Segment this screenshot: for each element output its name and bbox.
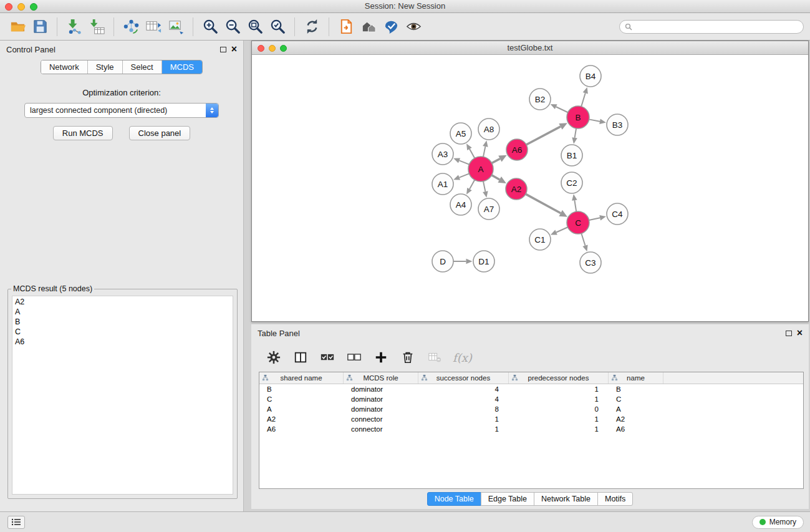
tab-motifs[interactable]: Motifs (597, 492, 633, 506)
table-cell[interactable]: A6 (609, 425, 663, 433)
graph-node-A8[interactable]: A8 (478, 118, 499, 140)
tab-edge-table[interactable]: Edge Table (481, 492, 534, 506)
table-cell[interactable]: 1 (418, 425, 509, 433)
table-cell[interactable]: 1 (418, 415, 509, 423)
new-network-icon[interactable] (120, 16, 142, 38)
graph-edge-A-A1[interactable] (453, 173, 469, 180)
column-chooser-icon[interactable] (292, 349, 309, 366)
table-cell[interactable]: dominator (344, 405, 418, 413)
graph-edge-B-B1[interactable] (572, 128, 577, 144)
result-item[interactable]: C (15, 327, 230, 337)
table-cell[interactable]: 0 (509, 405, 609, 413)
table-row[interactable]: A6connector11A6 (259, 424, 803, 434)
table-row[interactable]: Bdominator41B (259, 384, 803, 394)
network-canvas[interactable]: AA1A2A3A4A5A6A7A8BB1B2B3B4CC1C2C3C4DD1 (252, 56, 808, 321)
table-row[interactable]: Adominator80A (259, 404, 803, 414)
criterion-dropdown[interactable]: largest connected component (directed) (24, 103, 219, 118)
graph-edge-C-C1[interactable] (551, 227, 568, 235)
graph-node-D1[interactable]: D1 (473, 251, 494, 272)
table-close-panel-icon[interactable]: × (797, 330, 803, 336)
table-cell[interactable]: B (259, 385, 344, 393)
settings-icon[interactable] (265, 349, 282, 366)
result-item[interactable]: A2 (15, 297, 230, 307)
open-doc-icon[interactable] (335, 16, 357, 38)
graph-edge-A-A4[interactable] (466, 180, 475, 194)
close-panel-icon[interactable]: × (231, 46, 237, 52)
graph-edge-B-B3[interactable] (589, 118, 606, 123)
table-cell[interactable]: 8 (418, 405, 509, 413)
deselect-all-icon[interactable] (345, 349, 363, 366)
graph-edge-A-A7[interactable] (483, 181, 488, 198)
table-cell[interactable]: 1 (509, 425, 609, 433)
close-window-button[interactable] (5, 3, 12, 11)
table-cell[interactable]: B (609, 385, 663, 393)
graph-node-A[interactable]: A (468, 157, 493, 181)
tab-style[interactable]: Style (88, 60, 123, 74)
close-panel-button[interactable]: Close panel (129, 126, 191, 140)
graph-node-D[interactable]: D (432, 251, 453, 272)
import-network-icon[interactable] (63, 16, 85, 38)
search-box[interactable] (619, 20, 804, 34)
select-all-icon[interactable] (319, 349, 336, 366)
column-header-MCDS-role[interactable]: MCDS role (344, 372, 418, 384)
memory-button[interactable]: Memory (752, 516, 804, 529)
graph-edge-A-A8[interactable] (483, 140, 488, 157)
table-cell[interactable]: connector (344, 425, 418, 433)
table-cell[interactable]: 1 (509, 395, 609, 403)
overview-icon[interactable] (357, 16, 380, 38)
graph-edge-A-A3[interactable] (453, 158, 469, 164)
graph-edge-C-C3[interactable] (581, 233, 587, 251)
tab-node-table[interactable]: Node Table (427, 492, 481, 506)
column-header-name[interactable]: name (609, 372, 663, 384)
save-session-icon[interactable] (29, 16, 51, 38)
graph-edge-A-A5[interactable] (466, 143, 475, 158)
float-panel-icon[interactable] (220, 47, 226, 52)
graph-edge-A6-B[interactable] (526, 123, 567, 145)
graph-node-C2[interactable]: C2 (561, 172, 582, 193)
table-cell[interactable]: dominator (344, 385, 418, 393)
table-row[interactable]: Cdominator41C (259, 394, 803, 404)
graph-edge-C-C4[interactable] (589, 215, 606, 220)
graph-node-C[interactable]: C (567, 211, 589, 234)
refresh-icon[interactable] (301, 16, 323, 38)
table-cell[interactable]: A6 (259, 425, 344, 433)
column-header-predecessor-nodes[interactable]: predecessor nodes (509, 372, 609, 384)
graph-node-A6[interactable]: A6 (506, 139, 528, 160)
table-cell[interactable]: C (259, 395, 344, 403)
export-image-icon[interactable] (165, 16, 187, 38)
graph-node-B[interactable]: B (567, 106, 589, 128)
graph-node-A3[interactable]: A3 (432, 143, 453, 165)
zoom-in-icon[interactable] (199, 16, 221, 38)
zoom-out-icon[interactable] (221, 16, 244, 38)
table-cell[interactable]: A (259, 405, 344, 413)
delete-row-icon[interactable] (399, 349, 417, 366)
table-cell[interactable]: A (609, 405, 663, 413)
graph-node-A2[interactable]: A2 (506, 178, 527, 200)
graph-edge-A-A2[interactable] (491, 175, 506, 183)
minimize-window-button[interactable] (17, 3, 25, 11)
table-cell[interactable]: A2 (609, 415, 663, 423)
network-maximize-button[interactable] (280, 45, 287, 52)
open-session-icon[interactable] (6, 16, 29, 38)
graph-edge-A-A6[interactable] (492, 155, 507, 163)
graph-node-B1[interactable]: B1 (561, 145, 582, 166)
zoom-selected-icon[interactable] (266, 16, 289, 38)
add-row-icon[interactable] (372, 349, 390, 366)
table-cell[interactable]: 1 (509, 415, 609, 423)
graph-node-C3[interactable]: C3 (580, 252, 601, 273)
result-item[interactable]: B (15, 317, 230, 327)
validate-icon[interactable] (380, 16, 402, 38)
tab-network[interactable]: Network (41, 60, 88, 74)
task-history-button[interactable] (7, 516, 25, 529)
zoom-fit-icon[interactable] (244, 16, 266, 38)
graph-node-B2[interactable]: B2 (529, 89, 551, 110)
graph-edge-D-D1[interactable] (453, 259, 473, 264)
graph-edge-A2-C[interactable] (526, 194, 567, 217)
graph-node-A1[interactable]: A1 (432, 173, 453, 195)
tab-mcds[interactable]: MCDS (162, 60, 202, 74)
network-close-button[interactable] (258, 45, 264, 52)
table-cell[interactable]: dominator (344, 395, 418, 403)
export-table-icon[interactable] (142, 16, 165, 38)
result-item[interactable]: A6 (15, 337, 230, 347)
graph-edge-C-C2[interactable] (572, 194, 577, 211)
